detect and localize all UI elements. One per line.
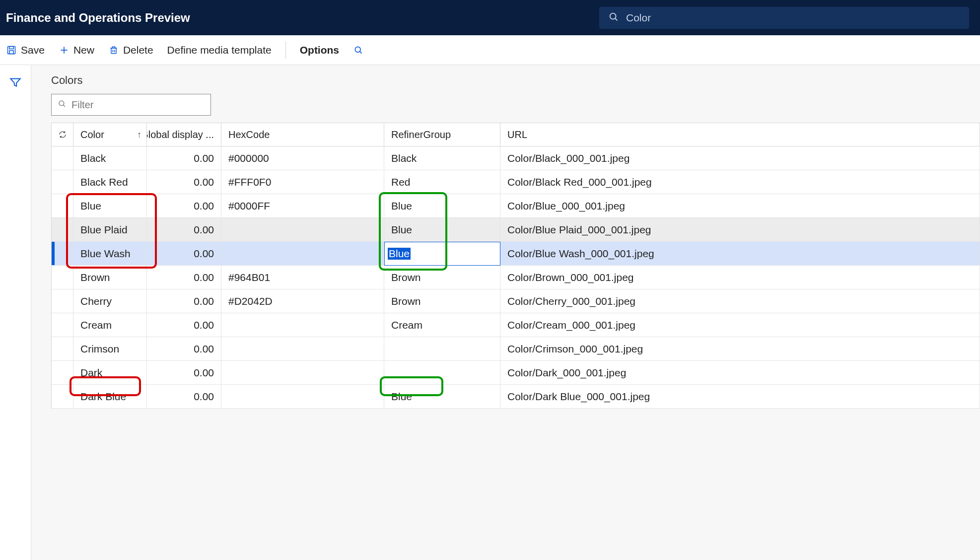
- cell-global-display[interactable]: 0.00: [147, 242, 221, 266]
- cell-global-display[interactable]: 0.00: [147, 170, 221, 194]
- cell-color[interactable]: Blue Wash: [73, 242, 147, 266]
- cell-global-display[interactable]: 0.00: [147, 385, 221, 409]
- row-selector[interactable]: [52, 242, 73, 266]
- global-search[interactable]: [599, 7, 969, 29]
- cell-color[interactable]: Crimson: [73, 337, 147, 361]
- cell-refiner-group[interactable]: Brown: [384, 289, 500, 313]
- row-selector[interactable]: [52, 194, 73, 218]
- cell-color[interactable]: Cherry: [73, 289, 147, 313]
- row-selector[interactable]: [52, 337, 73, 361]
- cell-url[interactable]: Color/Black_000_001.jpeg: [500, 146, 980, 170]
- column-header-refiner-group[interactable]: RefinerGroup: [384, 123, 500, 146]
- cell-hexcode[interactable]: [221, 361, 384, 385]
- inline-search-button[interactable]: [353, 45, 364, 56]
- table-row[interactable]: Blue Plaid 0.00 Blue Color/Blue Plaid_00…: [52, 218, 980, 242]
- cell-url-value: Color/Dark Blue_000_001.jpeg: [507, 391, 650, 403]
- cell-global-display[interactable]: 0.00: [147, 313, 221, 337]
- cell-global-display[interactable]: 0.00: [147, 289, 221, 313]
- cell-url[interactable]: Color/Cherry_000_001.jpeg: [500, 289, 980, 313]
- cell-global-display[interactable]: 0.00: [147, 146, 221, 170]
- cell-hexcode[interactable]: #D2042D: [221, 289, 384, 313]
- table-row[interactable]: Crimson 0.00 Color/Crimson_000_001.jpeg: [52, 337, 980, 361]
- table-row[interactable]: Blue 0.00 #0000FF Blue Color/Blue_000_00…: [52, 194, 980, 218]
- cell-refiner-group[interactable]: Red: [384, 170, 500, 194]
- cell-hexcode[interactable]: [221, 242, 384, 266]
- funnel-icon[interactable]: [9, 76, 22, 91]
- cell-refiner-group[interactable]: Blue: [384, 218, 500, 242]
- cell-hexcode[interactable]: [221, 313, 384, 337]
- column-header-hexcode[interactable]: HexCode: [221, 123, 384, 146]
- refresh-header[interactable]: [52, 123, 73, 146]
- define-media-template-button[interactable]: Define media template: [167, 44, 272, 56]
- cell-color[interactable]: Black: [73, 146, 147, 170]
- plus-icon: [59, 45, 70, 56]
- cell-url[interactable]: Color/Cream_000_001.jpeg: [500, 313, 980, 337]
- table-row[interactable]: Brown 0.00 #964B01 Brown Color/Brown_000…: [52, 266, 980, 289]
- row-selector[interactable]: [52, 289, 73, 313]
- table-row[interactable]: Cherry 0.00 #D2042D Brown Color/Cherry_0…: [52, 289, 980, 313]
- cell-refiner-group[interactable]: Blue: [384, 194, 500, 218]
- cell-color[interactable]: Dark: [73, 361, 147, 385]
- table-row[interactable]: Blue Wash 0.00 Blue Color/Blue Wash_000_…: [52, 242, 980, 266]
- cell-hexcode[interactable]: [221, 218, 384, 242]
- row-selector[interactable]: [52, 313, 73, 337]
- table-row[interactable]: Black 0.00 #000000 Black Color/Black_000…: [52, 146, 980, 170]
- cell-hexcode[interactable]: [221, 337, 384, 361]
- cell-hexcode[interactable]: [221, 385, 384, 409]
- table-row[interactable]: Cream 0.00 Cream Color/Cream_000_001.jpe…: [52, 313, 980, 337]
- cell-refiner-group[interactable]: [384, 361, 500, 385]
- cell-hexcode[interactable]: #000000: [221, 146, 384, 170]
- cell-url[interactable]: Color/Blue_000_001.jpeg: [500, 194, 980, 218]
- cell-url[interactable]: Color/Brown_000_001.jpeg: [500, 266, 980, 289]
- filter-input[interactable]: [71, 99, 205, 111]
- cell-color[interactable]: Black Red: [73, 170, 147, 194]
- cell-color[interactable]: Blue: [73, 194, 147, 218]
- cell-color[interactable]: Brown: [73, 266, 147, 289]
- cell-hexcode[interactable]: #964B01: [221, 266, 384, 289]
- cell-global-display[interactable]: 0.00: [147, 266, 221, 289]
- cell-url[interactable]: Color/Dark_000_001.jpeg: [500, 361, 980, 385]
- cell-url[interactable]: Color/Crimson_000_001.jpeg: [500, 337, 980, 361]
- delete-button[interactable]: Delete: [108, 44, 153, 56]
- cell-global-display[interactable]: 0.00: [147, 337, 221, 361]
- row-selector[interactable]: [52, 266, 73, 289]
- top-bar: Finance and Operations Preview: [0, 0, 980, 35]
- cell-refiner-group[interactable]: Blue: [384, 242, 500, 266]
- column-header-color[interactable]: Color ↑: [73, 123, 147, 146]
- cell-color[interactable]: Blue Plaid: [73, 218, 147, 242]
- cell-color-value: Blue: [80, 200, 101, 212]
- cell-hexcode[interactable]: #FFF0F0: [221, 170, 384, 194]
- options-button[interactable]: Options: [300, 44, 339, 56]
- cell-url[interactable]: Color/Blue Wash_000_001.jpeg: [500, 242, 980, 266]
- cell-color[interactable]: Cream: [73, 313, 147, 337]
- cell-global-display[interactable]: 0.00: [147, 361, 221, 385]
- cell-url[interactable]: Color/Blue Plaid_000_001.jpeg: [500, 218, 980, 242]
- svg-rect-3: [9, 46, 13, 49]
- row-selector[interactable]: [52, 218, 73, 242]
- new-button[interactable]: New: [59, 44, 94, 56]
- row-selector[interactable]: [52, 361, 73, 385]
- cell-url[interactable]: Color/Dark Blue_000_001.jpeg: [500, 385, 980, 409]
- search-input[interactable]: [626, 12, 960, 24]
- cell-hexcode[interactable]: #0000FF: [221, 194, 384, 218]
- cell-refiner-group[interactable]: [384, 337, 500, 361]
- column-header-global-display[interactable]: Global display ...: [147, 123, 221, 146]
- cell-url[interactable]: Color/Black Red_000_001.jpeg: [500, 170, 980, 194]
- cell-refiner-group[interactable]: Blue: [384, 385, 500, 409]
- cell-global-display[interactable]: 0.00: [147, 218, 221, 242]
- save-button[interactable]: Save: [6, 44, 45, 56]
- table-row[interactable]: Dark Blue 0.00 Blue Color/Dark Blue_000_…: [52, 385, 980, 409]
- cell-refiner-group[interactable]: Cream: [384, 313, 500, 337]
- cell-refiner-group[interactable]: Brown: [384, 266, 500, 289]
- row-selector[interactable]: [52, 385, 73, 409]
- table-row[interactable]: Dark 0.00 Color/Dark_000_001.jpeg: [52, 361, 980, 385]
- cell-refiner-group[interactable]: Black: [384, 146, 500, 170]
- row-selector[interactable]: [52, 170, 73, 194]
- row-selector[interactable]: [52, 146, 73, 170]
- table-row[interactable]: Black Red 0.00 #FFF0F0 Red Color/Black R…: [52, 170, 980, 194]
- cell-hexcode-value: #D2042D: [228, 295, 273, 307]
- column-header-url[interactable]: URL: [500, 123, 980, 146]
- cell-color[interactable]: Dark Blue: [73, 385, 147, 409]
- cell-global-display[interactable]: 0.00: [147, 194, 221, 218]
- filter-field[interactable]: [51, 94, 211, 116]
